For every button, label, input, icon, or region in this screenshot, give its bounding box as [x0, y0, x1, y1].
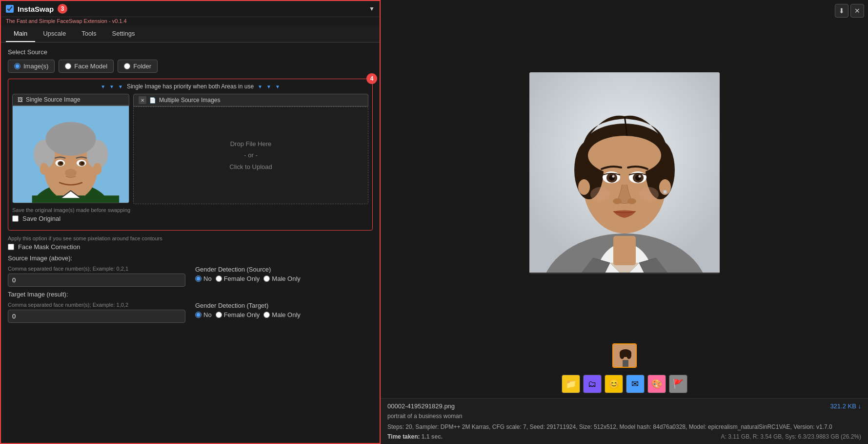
thumbnail-strip: [381, 338, 868, 373]
target-gender-no[interactable]: No: [195, 311, 212, 318]
layers-icon-btn[interactable]: 🗂: [583, 375, 602, 393]
priority-icon-4: ▼: [258, 84, 262, 89]
face-mask-hint: Apply this option if you see some pixela…: [8, 235, 373, 241]
tab-upscale[interactable]: Upscale: [35, 26, 74, 42]
download-button[interactable]: ⬇: [835, 4, 848, 18]
thumbnail-image[interactable]: [612, 343, 637, 368]
svg-point-13: [81, 162, 84, 165]
target-gender-col: Gender Detection (Target) No Female Only…: [195, 302, 373, 323]
left-panel: InstaSwap 3 ▼ The Fast and Simple FaceSw…: [0, 0, 381, 444]
select-source-label: Select Source: [8, 48, 373, 56]
priority-icon-3: ▼: [118, 84, 123, 89]
thumbnail-svg: [613, 344, 637, 368]
svg-point-14: [65, 169, 77, 177]
face-icon-btn[interactable]: 😊: [605, 375, 623, 393]
priority-text: Single Image has priority when both Area…: [127, 83, 254, 90]
badge-4: 4: [366, 73, 377, 84]
target-gender-male[interactable]: Male Only: [263, 311, 301, 318]
source-form-row: Comma separated face number(s); Example:…: [8, 266, 373, 287]
stats-row: Time taken: 1.1 sec. A: 3.11 GB, R: 3.54…: [387, 433, 861, 440]
priority-icon-1: ▼: [101, 84, 105, 89]
palette-icon-btn[interactable]: 🎨: [647, 375, 666, 393]
right-panel: ⬇ ✕: [381, 0, 868, 444]
prompt-text: portrait of a business woman: [387, 412, 861, 421]
drop-zone[interactable]: Drop File Here - or - Click to Upload: [133, 106, 368, 204]
svg-point-27: [588, 136, 661, 175]
info-bar: 00002-4195291829.png 321.2 KB ↓ portrait…: [381, 398, 868, 444]
mem-stats: A: 3.11 GB, R: 3.54 GB, Sys: 6.3/23.9883…: [721, 433, 861, 440]
source-gender-female[interactable]: Female Only: [216, 275, 260, 282]
single-source-tab[interactable]: 🖼 Single Source Image: [12, 94, 129, 106]
drop-zone-text: Drop File Here - or - Click to Upload: [229, 138, 272, 172]
instaswap-checkbox[interactable]: [6, 5, 14, 13]
multiple-source-tab[interactable]: ✕ 📄 Multiple Source Images: [133, 94, 368, 106]
source-face-model-option[interactable]: Face Model: [59, 60, 114, 73]
target-gender-radio-group: No Female Only Male Only: [195, 311, 373, 318]
svg-point-15: [40, 163, 49, 175]
multiple-source-panel: ✕ 📄 Multiple Source Images Drop File Her…: [133, 94, 368, 204]
close-image-button[interactable]: ✕: [850, 4, 864, 18]
save-original-checkbox[interactable]: [12, 215, 19, 222]
source-folder-option[interactable]: Folder: [118, 60, 158, 73]
main-content: Select Source Image(s) Face Model Folder…: [1, 42, 380, 443]
filename: 00002-4195291829.png: [387, 402, 455, 410]
target-gender-label: Gender Detection (Target): [195, 302, 373, 309]
face-mask-checkbox[interactable]: [8, 244, 14, 250]
source-gender-no[interactable]: No: [195, 275, 212, 282]
svg-rect-46: [623, 360, 628, 368]
source-gender-male[interactable]: Male Only: [263, 275, 301, 282]
target-face-input[interactable]: [8, 310, 185, 323]
svg-point-39: [639, 187, 659, 202]
source-gender-radio-group: No Female Only Male Only: [195, 275, 373, 282]
main-image-area: [381, 0, 868, 338]
priority-icon-2: ▼: [109, 84, 114, 89]
single-source-panel: 🖼 Single Source Image: [12, 94, 129, 204]
svg-point-7: [45, 122, 96, 156]
header-bar: InstaSwap 3 ▼: [1, 1, 380, 17]
svg-point-48: [626, 351, 631, 359]
face-mask-row: Face Mask Correction: [8, 243, 373, 251]
svg-point-35: [638, 175, 641, 178]
source-images-row: 🖼 Single Source Image: [12, 94, 368, 204]
portrait-svg: [529, 72, 720, 273]
svg-point-12: [60, 162, 62, 165]
svg-point-40: [578, 179, 590, 195]
save-original-row: Save Original: [12, 215, 368, 222]
source-gender-label: Gender Detection (Source): [195, 266, 373, 273]
main-image: [529, 72, 720, 274]
source-area: 4 ▼ ▼ ▼ Single Image has priority when b…: [8, 79, 373, 231]
tab-tools[interactable]: Tools: [74, 26, 104, 42]
close-button[interactable]: ✕: [139, 96, 146, 104]
file-row: 00002-4195291829.png 321.2 KB ↓: [387, 402, 861, 410]
priority-bar: ▼ ▼ ▼ Single Image has priority when bot…: [12, 83, 368, 90]
dropdown-arrow-icon[interactable]: ▼: [369, 5, 375, 12]
mail-icon-btn[interactable]: ✉: [626, 375, 645, 393]
source-face-sublabel: Comma separated face number(s); Example:…: [8, 266, 185, 272]
source-radio-group: Image(s) Face Model Folder: [8, 60, 373, 73]
source-face-col: Comma separated face number(s); Example:…: [8, 266, 185, 287]
source-image-section-label: Source Image (above):: [8, 254, 373, 262]
svg-point-16: [93, 163, 102, 175]
face-preview: [12, 106, 129, 203]
target-gender-female[interactable]: Female Only: [216, 311, 260, 318]
svg-point-36: [613, 198, 622, 204]
save-hint: Save the original image(s) made before s…: [12, 207, 368, 213]
tab-settings[interactable]: Settings: [104, 26, 143, 42]
target-form-row: Comma separated face number(s); Example:…: [8, 302, 373, 323]
source-images-option[interactable]: Image(s): [8, 60, 55, 73]
action-icons-row: 📁 🗂 😊 ✉ 🎨 🚩: [381, 373, 868, 398]
source-gender-col: Gender Detection (Source) No Female Only…: [195, 266, 373, 287]
target-face-col: Comma separated face number(s); Example:…: [8, 302, 185, 323]
svg-rect-22: [613, 236, 636, 265]
tab-main[interactable]: Main: [6, 26, 35, 42]
folder-icon-btn[interactable]: 📁: [562, 375, 580, 393]
svg-point-38: [590, 187, 610, 202]
priority-icon-5: ▼: [266, 84, 271, 89]
face-preview-svg: [13, 106, 129, 203]
badge-3: 3: [58, 4, 67, 14]
flag-icon-btn[interactable]: 🚩: [669, 375, 687, 393]
svg-point-34: [612, 175, 614, 178]
meta-text: Steps: 20, Sampler: DPM++ 2M Karras, CFG…: [387, 423, 861, 431]
svg-point-42: [663, 190, 667, 194]
source-face-input[interactable]: [8, 274, 185, 287]
